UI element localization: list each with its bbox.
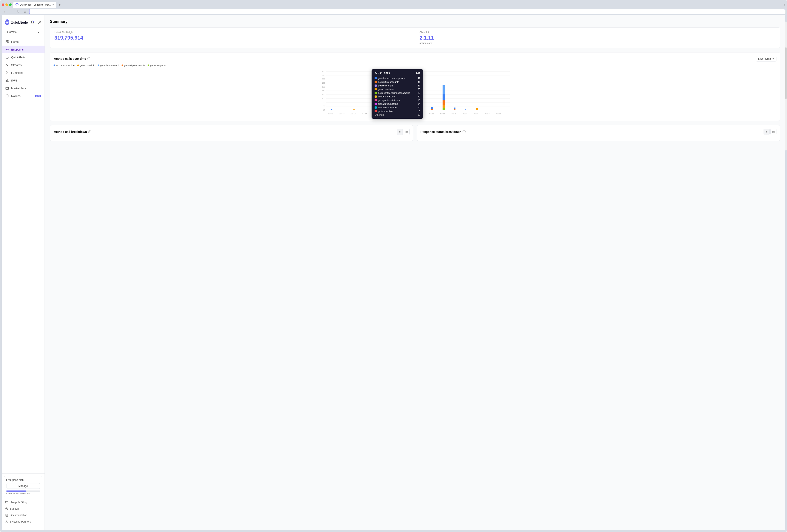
sidebar-item-streams[interactable]: Streams — [2, 61, 45, 69]
sidebar-item-documentation[interactable]: Documentation — [4, 512, 42, 518]
nav-back-btn[interactable]: ‹ — [2, 9, 7, 14]
tooltip-row-getaccountinfo: getaccountinfo 23 — [375, 88, 420, 91]
sidebar-item-marketplace-label: Marketplace — [11, 87, 26, 90]
streams-icon — [5, 63, 9, 67]
response-list-view-btn[interactable]: ≡ — [764, 129, 770, 135]
close-window-btn[interactable] — [2, 3, 4, 6]
svg-point-23 — [6, 508, 8, 510]
credits-progress-fill — [6, 490, 26, 492]
chart-tooltip: Jan 21, 2025 241 gettokenaccountsbyowner… — [371, 69, 423, 119]
browser-menu-btn[interactable]: ∨ — [783, 3, 785, 6]
nav-reload-btn[interactable]: ↻ — [16, 9, 21, 14]
time-filter-label: Last month — [758, 57, 771, 60]
tooltip-row-getsignaturestatuses: getsignaturestatuses 18 — [375, 99, 420, 102]
svg-text:Jan 31: Jan 31 — [440, 113, 445, 115]
sidebar-item-switch-partners[interactable]: Switch to Partners — [4, 519, 42, 525]
tooltip-dot-signaturesubscribe — [375, 103, 377, 105]
svg-text:120: 120 — [322, 93, 325, 96]
nav-bookmark-btn[interactable]: ☆ — [22, 9, 27, 14]
svg-text:Jan 15: Jan 15 — [350, 113, 356, 115]
svg-rect-89 — [454, 108, 455, 109]
sidebar-item-support[interactable]: Support — [4, 506, 42, 512]
response-info-icon[interactable]: i — [463, 130, 466, 133]
response-view-toggle: ≡ ▦ — [764, 129, 777, 135]
rollups-icon — [5, 94, 9, 98]
svg-point-8 — [6, 49, 7, 50]
response-breakdown-header: Response status breakdown i ≡ ▦ — [420, 129, 777, 135]
sidebar-item-endpoints[interactable]: Endpoints — [2, 46, 45, 53]
tooltip-dot-sendtransaction — [375, 95, 377, 97]
tab-close-btn[interactable]: ✕ — [52, 4, 54, 6]
svg-rect-91 — [465, 109, 466, 110]
minimize-window-btn[interactable] — [5, 3, 8, 6]
svg-rect-93 — [476, 110, 478, 110]
tooltip-row-gettransaction: gettransaction 6 — [375, 110, 420, 112]
manage-button[interactable]: Manage — [6, 483, 40, 489]
functions-icon — [5, 71, 9, 74]
user-icon[interactable] — [37, 19, 43, 25]
browser-nav: ‹ › ↻ ☆ — [2, 9, 785, 14]
tooltip-dot-gettransaction — [375, 110, 377, 112]
method-call-breakdown-chart: Method call breakdown i ≡ ▦ — [50, 125, 413, 141]
legend-dot-getinflationreward — [98, 65, 100, 66]
method-breakdown-title: Method call breakdown i — [54, 130, 91, 134]
method-calls-chart: Method calls over time i Last month ∨ ac… — [50, 52, 780, 121]
svg-point-29 — [6, 520, 7, 522]
credits-progress-bg — [6, 490, 40, 492]
chart-info-icon[interactable]: i — [87, 57, 90, 60]
tooltip-row-gettokenaccountsbyowner: gettokenaccountsbyowner 42 — [375, 77, 420, 80]
svg-text:Jan 17: Jan 17 — [362, 113, 367, 115]
new-tab-btn[interactable]: + — [57, 2, 62, 7]
sidebar-item-rollups-label: Rollups — [11, 94, 20, 97]
svg-text:200: 200 — [322, 78, 325, 80]
legend-dot-getrecentperfo — [148, 65, 149, 66]
nav-forward-btn[interactable]: › — [8, 9, 14, 14]
svg-marker-12 — [6, 71, 8, 74]
svg-rect-94 — [487, 110, 489, 110]
response-status-breakdown-chart: Response status breakdown i ≡ ▦ — [417, 125, 780, 141]
svg-rect-84 — [443, 85, 445, 94]
client-info-sub: solana-core — [420, 42, 775, 44]
traffic-lights — [2, 3, 12, 6]
svg-rect-82 — [431, 107, 433, 109]
svg-rect-88 — [443, 108, 445, 110]
sidebar-item-home[interactable]: Home — [2, 38, 45, 46]
usage-billing-label: Usage & Billing — [10, 501, 27, 504]
sidebar-item-marketplace[interactable]: Marketplace — [2, 84, 45, 92]
credits-text: 4.4B / 3B API credits used — [6, 492, 40, 495]
notifications-icon[interactable] — [29, 19, 36, 25]
rollups-beta-badge: Beta — [35, 95, 41, 97]
tooltip-date: Jan 21, 2025 — [375, 72, 390, 75]
breakdown-info-icon[interactable]: i — [88, 130, 91, 133]
breakdown-list-view-btn[interactable]: ≡ — [397, 129, 403, 135]
svg-rect-92 — [476, 108, 478, 110]
address-bar[interactable] — [29, 9, 785, 14]
svg-text:220: 220 — [322, 74, 325, 76]
sidebar-item-rollups[interactable]: Rollups Beta — [2, 92, 45, 100]
legend-dot-getmultipleaccounts — [122, 65, 123, 66]
time-filter-dropdown[interactable]: Last month ∨ — [756, 56, 777, 62]
active-tab[interactable]: QuickNode - Endpoint - Met... ✕ — [13, 2, 56, 8]
sidebar-item-usage-billing[interactable]: Usage & Billing — [4, 499, 42, 505]
response-chart-view-btn[interactable]: ▦ — [770, 129, 777, 135]
tooltip-dot-getblockheight — [375, 85, 377, 87]
chart-title: Method calls over time i — [54, 57, 90, 61]
svg-rect-4 — [6, 40, 7, 42]
legend-getinflationreward: getinflationreward — [98, 64, 119, 67]
sidebar-item-quickalerts[interactable]: QuickAlerts — [2, 53, 45, 61]
breakdown-chart-view-btn[interactable]: ▦ — [404, 129, 410, 135]
billing-icon — [5, 501, 8, 504]
sidebar-item-functions[interactable]: Functions — [2, 69, 45, 76]
legend-getrecentperfo: getrecentperfo... — [148, 64, 167, 67]
tooltip-dot-accountsubscribe-tooltip — [375, 107, 377, 109]
svg-rect-54 — [353, 109, 355, 110]
svg-text:Feb 10: Feb 10 — [496, 113, 501, 115]
create-button[interactable]: + Create ∨ — [4, 29, 42, 35]
sidebar-item-ipfs[interactable]: IPFS — [2, 76, 45, 84]
svg-text:100: 100 — [322, 97, 325, 99]
svg-rect-21 — [5, 502, 8, 503]
sidebar: QuickNode + Create ∨ — [2, 15, 45, 530]
maximize-window-btn[interactable] — [9, 3, 12, 6]
breakdown-view-toggle: ≡ ▦ — [397, 129, 410, 135]
svg-line-17 — [7, 80, 8, 81]
